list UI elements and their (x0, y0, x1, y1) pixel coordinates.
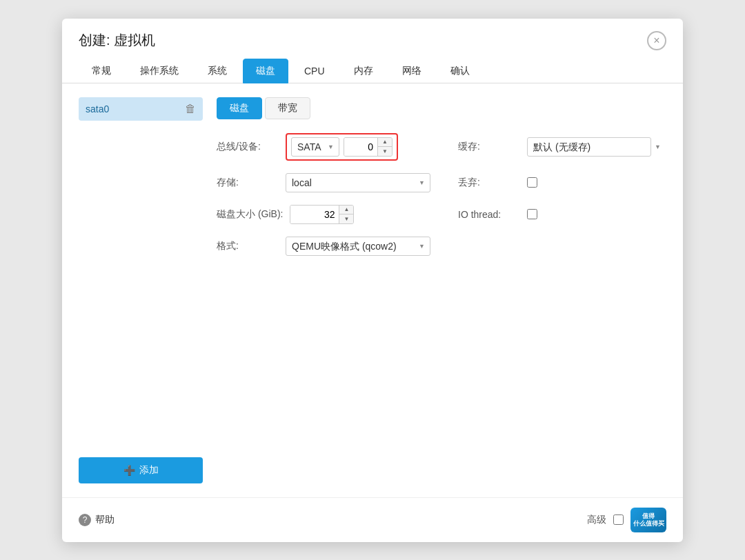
footer-left: ? 帮助 (79, 514, 115, 526)
disk-size-down[interactable]: ▼ (339, 214, 353, 223)
disk-size-spinner-btns: ▲ ▼ (339, 206, 353, 223)
tab-general[interactable]: 常规 (79, 59, 124, 83)
create-vm-dialog: 创建: 虚拟机 × 常规 操作系统 系统 磁盘 CPU 内存 网络 确认 sat… (62, 19, 683, 542)
io-thread-label: IO thread: (458, 209, 520, 220)
trash-icon[interactable]: 🗑 (185, 103, 196, 115)
watermark-text: 值得什么值得买 (633, 512, 664, 528)
dialog-footer: ? 帮助 高级 值得什么值得买 (62, 497, 683, 542)
disk-size-row: 磁盘大小 (GiB): ▲ ▼ (217, 205, 430, 224)
bus-select-wrapper: SATA IDE SCSI VirtIO (291, 137, 339, 157)
disk-list: sata0 🗑 ➕ 添加 (79, 97, 203, 483)
plus-icon: ➕ (123, 465, 135, 476)
tab-cpu[interactable]: CPU (291, 59, 338, 83)
disk-size-input[interactable] (290, 206, 339, 223)
cache-select[interactable]: 默认 (无缓存) 无缓存 直写 回写 (527, 137, 651, 157)
spinner-down[interactable]: ▼ (378, 147, 392, 156)
bus-highlight-wrapper: SATA IDE SCSI VirtIO ▲ ▼ (286, 133, 398, 161)
tab-os[interactable]: 操作系统 (127, 59, 192, 83)
spinner-buttons: ▲ ▼ (377, 138, 392, 156)
io-thread-checkbox[interactable] (527, 209, 537, 219)
cache-select-wrapper: 默认 (无缓存) 无缓存 直写 回写 (527, 137, 666, 157)
storage-select[interactable]: local (286, 173, 430, 192)
disk-item-label: sata0 (86, 103, 109, 114)
spinner-up[interactable]: ▲ (378, 138, 392, 147)
cache-label: 缓存: (458, 141, 520, 153)
format-row: 格式: QEMU映像格式 (qcow2) 原始磁盘映像 (raw) VMware… (217, 237, 430, 256)
tab-confirm[interactable]: 确认 (437, 59, 483, 83)
storage-row: 存储: local (217, 173, 430, 192)
disk-size-spinner: ▲ ▼ (290, 205, 354, 224)
format-select-wrapper: QEMU映像格式 (qcow2) 原始磁盘映像 (raw) VMware映像格式… (286, 237, 430, 256)
io-thread-row: IO thread: (458, 205, 666, 224)
dialog-title: 创建: 虚拟机 (79, 31, 155, 50)
advanced-checkbox[interactable] (613, 514, 624, 525)
storage-label: 存储: (217, 177, 279, 189)
bus-row: 总线/设备: SATA IDE SCSI VirtIO (217, 133, 430, 161)
tab-disk[interactable]: 磁盘 (243, 59, 288, 83)
tab-network[interactable]: 网络 (389, 59, 435, 83)
discard-label: 丢弃: (458, 177, 520, 189)
help-icon[interactable]: ? (79, 514, 91, 526)
bus-number-spinner: ▲ ▼ (344, 137, 393, 157)
disk-size-label: 磁盘大小 (GiB): (217, 208, 283, 221)
dialog-header: 创建: 虚拟机 × (62, 19, 683, 50)
dialog-body: sata0 🗑 ➕ 添加 磁盘 带宽 总线/设备: (62, 83, 683, 497)
tab-system[interactable]: 系统 (195, 59, 240, 83)
add-disk-button[interactable]: ➕ 添加 (79, 457, 203, 483)
sub-tab-disk[interactable]: 磁盘 (217, 97, 262, 119)
disk-item-sata0[interactable]: sata0 🗑 (79, 97, 203, 121)
footer-right: 高级 值得什么值得买 (587, 508, 666, 532)
bus-select[interactable]: SATA IDE SCSI VirtIO (291, 137, 339, 157)
advanced-label: 高级 (587, 514, 606, 526)
disk-config: 磁盘 带宽 总线/设备: SATA IDE SCSI VirtIO (217, 97, 666, 483)
config-grid: 总线/设备: SATA IDE SCSI VirtIO (217, 133, 666, 256)
help-label: 帮助 (95, 514, 115, 526)
sub-tabs: 磁盘 带宽 (217, 97, 666, 119)
format-select[interactable]: QEMU映像格式 (qcow2) 原始磁盘映像 (raw) VMware映像格式… (286, 237, 430, 256)
empty-cell (458, 237, 666, 256)
discard-row: 丢弃: (458, 173, 666, 192)
discard-checkbox[interactable] (527, 177, 537, 188)
bus-number-input[interactable] (344, 138, 377, 156)
close-button[interactable]: × (647, 31, 666, 50)
tab-memory[interactable]: 内存 (341, 59, 386, 83)
format-label: 格式: (217, 240, 279, 252)
sub-tab-bandwidth[interactable]: 带宽 (265, 97, 310, 119)
disk-list-items: sata0 🗑 (79, 97, 203, 449)
bus-label: 总线/设备: (217, 141, 279, 153)
add-button-label: 添加 (139, 464, 159, 477)
nav-tabs: 常规 操作系统 系统 磁盘 CPU 内存 网络 确认 (62, 50, 683, 83)
watermark: 值得什么值得买 (630, 508, 666, 532)
storage-select-wrapper: local (286, 173, 430, 192)
cache-row: 缓存: 默认 (无缓存) 无缓存 直写 回写 (458, 133, 666, 161)
disk-size-up[interactable]: ▲ (339, 206, 353, 214)
